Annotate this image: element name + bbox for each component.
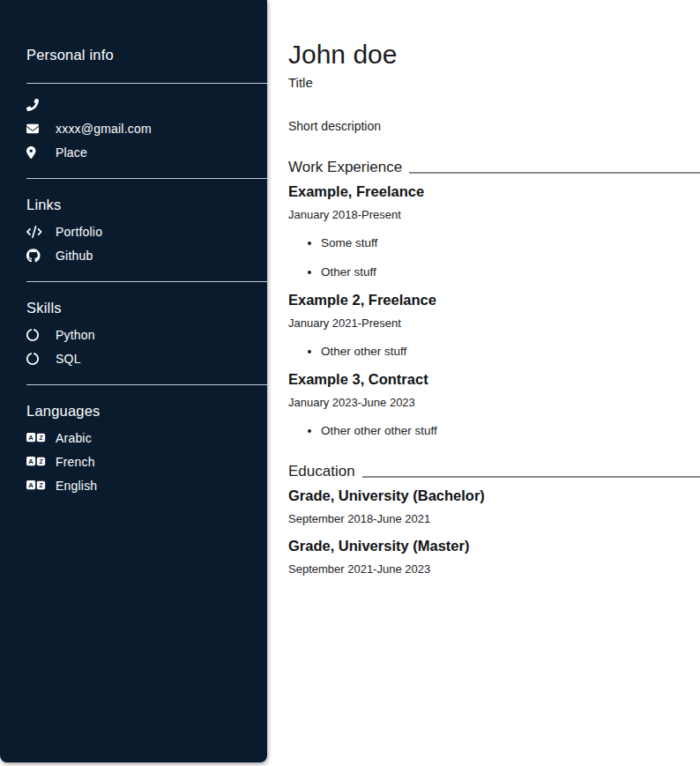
- entry-date: January 2021-Present: [288, 316, 700, 330]
- short-description: Short description: [288, 118, 700, 134]
- sidebar-section-title: Personal info: [26, 46, 267, 63]
- sidebar-divider: [26, 384, 267, 385]
- sidebar-item-label: English: [56, 479, 97, 493]
- sidebar-item-label: French: [56, 455, 95, 469]
- entry-title: Example, Freelance: [288, 182, 700, 200]
- language-icon: AZ: [26, 432, 46, 443]
- svg-text:A: A: [28, 457, 34, 465]
- svg-text:Z: Z: [39, 482, 42, 488]
- section-work-experience: Work Experience Example, FreelanceJanuar…: [288, 158, 700, 438]
- sidebar-section-title: Skills: [26, 299, 267, 316]
- entry-bullet: Other other stuff: [321, 344, 700, 359]
- section-education: Education Grade, University (Bachelor)Se…: [288, 462, 700, 576]
- sidebar-item-label: Place: [56, 145, 87, 160]
- svg-text:A: A: [28, 481, 34, 489]
- section-heading: Work Experience: [288, 158, 700, 176]
- sidebar-section-skills: Skills Python SQL: [26, 299, 267, 370]
- sidebar-section-personal-info: Personal info xxxx@gmail.com Place: [26, 46, 267, 164]
- sidebar-section-languages: Languages AZ Arabic AZ French AZ English: [26, 402, 267, 497]
- sidebar-item-english: AZ English: [26, 473, 267, 497]
- entry-date: September 2018-June 2021: [288, 512, 700, 525]
- sidebar-item-xxxx-gmail-com: xxxx@gmail.com: [26, 116, 267, 140]
- svg-text:Z: Z: [39, 435, 42, 441]
- sidebar-divider: [26, 281, 267, 282]
- language-icon: AZ: [26, 480, 46, 491]
- entry-bullet: Some stuff: [321, 235, 700, 250]
- sidebar-item-phone: [26, 93, 267, 116]
- github-icon: [26, 249, 46, 263]
- circle-notch-icon: [26, 329, 46, 341]
- sidebar-section-title: Links: [26, 196, 267, 213]
- code-icon: [26, 226, 46, 238]
- entry-bullet-list: Other other stuff: [288, 344, 700, 359]
- svg-text:Z: Z: [39, 458, 42, 465]
- entry-date: January 2023-June 2023: [288, 396, 700, 409]
- sidebar-item-label: xxxx@gmail.com: [56, 122, 152, 136]
- circle-notch-icon: [26, 353, 46, 365]
- sidebar-item-label: Arabic: [56, 431, 92, 445]
- sidebar-item-label: SQL: [56, 352, 81, 366]
- section-heading-label: Work Experience: [288, 158, 402, 176]
- sidebar-item-french: AZ French: [26, 450, 267, 473]
- person-title: Title: [288, 74, 700, 91]
- section-heading: Education: [288, 462, 700, 480]
- sidebar-divider: [26, 178, 267, 179]
- sidebar-item-sql: SQL: [26, 346, 267, 370]
- sidebar-item-python: Python: [26, 323, 267, 346]
- envelope-icon: [26, 123, 46, 135]
- sidebar-section-title: Languages: [26, 402, 267, 420]
- entry-bullet: Other other other stuff: [321, 423, 700, 438]
- sidebar-item-place: Place: [26, 140, 267, 164]
- sidebar-item-portfolio[interactable]: Portfolio: [26, 219, 267, 243]
- svg-text:A: A: [28, 434, 34, 442]
- sidebar-item-label: Portfolio: [56, 225, 102, 239]
- section-heading-label: Education: [288, 462, 355, 480]
- entry-title: Example 2, Freelance: [288, 291, 700, 309]
- sidebar-section-links: Links Portfolio Github: [26, 196, 267, 267]
- resume-main: John doe Title Short description Work Ex…: [288, 0, 700, 576]
- entry-title: Example 3, Contract: [288, 370, 700, 388]
- location-pin-icon: [26, 146, 46, 159]
- section-heading-rule: [362, 476, 700, 478]
- entry-bullet: Other stuff: [321, 264, 700, 279]
- sidebar-item-label: Github: [56, 249, 93, 263]
- sidebar: Personal info xxxx@gmail.com Place Links…: [0, 0, 267, 762]
- language-icon: AZ: [26, 456, 46, 467]
- person-name: John doe: [288, 39, 700, 71]
- sidebar-item-arabic: AZ Arabic: [26, 426, 267, 450]
- entry-date: September 2021-June 2023: [288, 562, 700, 576]
- entry-bullet-list: Other other other stuff: [288, 423, 700, 438]
- entry-date: January 2018-Present: [288, 208, 700, 221]
- sidebar-item-label: Python: [56, 328, 95, 342]
- sidebar-item-github[interactable]: Github: [26, 243, 267, 267]
- entry-title: Grade, University (Master): [288, 537, 700, 554]
- entry-title: Grade, University (Bachelor): [288, 487, 700, 504]
- section-heading-rule: [409, 172, 700, 174]
- entry-bullet-list: Some stuffOther stuff: [288, 235, 700, 279]
- phone-icon: [26, 99, 46, 111]
- sidebar-divider: [26, 83, 267, 84]
